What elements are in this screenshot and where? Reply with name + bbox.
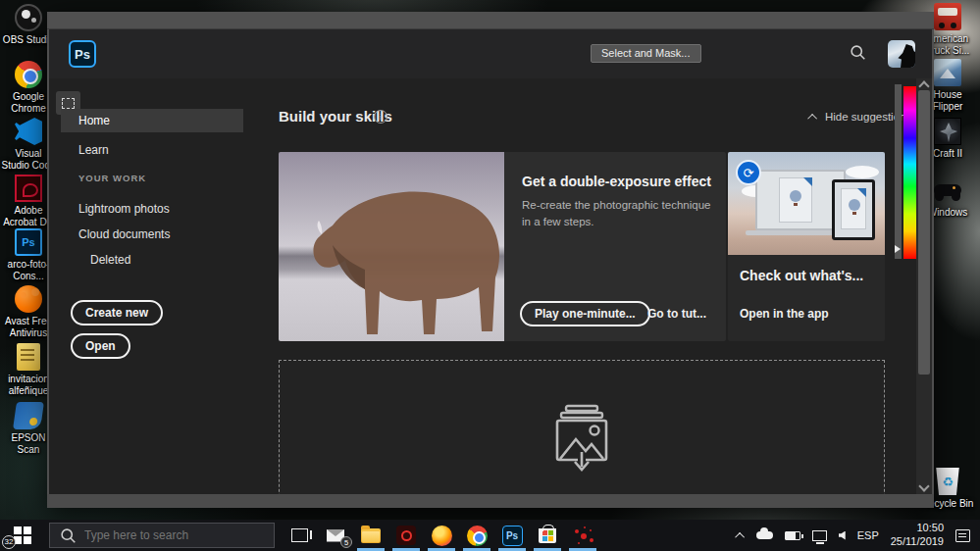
desktop-wallpaper: OBS Studio Google Chrome Visual Studio C… — [0, 0, 980, 551]
obs-studio-icon — [15, 4, 42, 31]
balloon-document — [841, 188, 866, 229]
bison-silhouette — [279, 152, 504, 341]
psd-file-icon: Ps — [15, 228, 42, 256]
taskbar-search-box[interactable] — [49, 523, 275, 548]
tutorial-card-text: Get a double-exposure effect Re-create t… — [504, 152, 726, 341]
whats-new-title: Check out what's... — [740, 268, 863, 283]
hue-slider-track[interactable] — [895, 84, 902, 259]
search-icon[interactable] — [850, 44, 871, 66]
image-stack-icon — [545, 404, 618, 473]
action-center-button[interactable]: 32 — [950, 520, 980, 551]
document-fold-icon — [857, 188, 866, 197]
sidebar-item-home[interactable]: Home — [61, 109, 243, 132]
chrome-icon — [467, 526, 488, 546]
starcraft-icon — [934, 118, 961, 145]
language-indicator[interactable]: ESP — [851, 520, 885, 551]
chevron-up-icon — [807, 113, 817, 123]
document-fold-icon — [803, 177, 812, 186]
balloon-shape — [849, 199, 860, 211]
search-icon — [60, 527, 77, 544]
sidebar-item-cloud-documents[interactable]: Cloud documents — [61, 223, 243, 246]
taskbar-file-explorer[interactable] — [353, 520, 388, 551]
truck-game-icon — [934, 3, 961, 30]
open-in-app-link[interactable]: Open in the app — [740, 307, 829, 321]
clock[interactable]: 10:50 25/11/2019 — [885, 520, 950, 551]
select-and-mask-button[interactable]: Select and Mask... — [591, 44, 701, 63]
home-screen-header: Ps Select and Mask... — [49, 29, 932, 78]
bison-tutorial-image — [279, 152, 504, 341]
hue-slider-marker[interactable] — [895, 245, 901, 253]
gamepad-icon — [934, 176, 961, 204]
vscode-icon — [15, 118, 42, 145]
vertical-scrollbar[interactable] — [916, 78, 932, 494]
sidebar-item-deleted[interactable]: Deleted — [61, 248, 243, 272]
whats-new-card[interactable]: ⟳ Check out what's... Open in the app — [728, 152, 885, 341]
open-button[interactable]: Open — [71, 333, 130, 359]
cloud-shape — [846, 166, 879, 178]
whats-new-illustration: ⟳ — [728, 152, 885, 255]
recent-files-dropzone[interactable] — [279, 360, 885, 494]
window-titlebar[interactable] — [47, 12, 934, 29]
taskbar-photoshop[interactable]: Ps — [494, 520, 530, 551]
sidebar-item-learn[interactable]: Learn — [61, 138, 243, 162]
mail-badge: 5 — [340, 536, 352, 548]
system-tray: ESP 10:50 25/11/2019 32 — [732, 520, 980, 551]
windows-logo-icon — [14, 526, 31, 544]
info-icon[interactable]: i — [374, 110, 387, 124]
task-view-icon — [291, 528, 308, 542]
sidebar-section-your-work: YOUR WORK — [78, 173, 146, 183]
volume-tray[interactable] — [833, 520, 851, 551]
home-screen-content: Home Learn YOUR WORK Lightroom photos Cl… — [49, 78, 932, 494]
acrobat-icon — [15, 175, 42, 202]
epson-scan-icon — [13, 402, 44, 429]
balloon-document — [779, 177, 812, 223]
chevron-up-icon — [735, 531, 745, 541]
tutorial-card[interactable]: Get a double-exposure effect Re-create t… — [279, 152, 726, 341]
sidebar-item-lightroom-photos[interactable]: Lightroom photos — [61, 197, 243, 221]
go-to-tutorial-link[interactable]: Go to tut... — [647, 307, 706, 321]
tutorial-title: Get a double-exposure effect — [522, 174, 711, 189]
battery-icon — [785, 531, 800, 540]
notification-badge: 32 — [2, 535, 16, 549]
taskbar-microsoft-store[interactable] — [530, 520, 565, 551]
onedrive-tray[interactable] — [750, 520, 779, 551]
date: 25/11/2019 — [891, 535, 944, 549]
hidden-icons-chevron[interactable] — [732, 520, 750, 551]
user-avatar[interactable] — [888, 40, 915, 68]
firefox-icon — [432, 526, 452, 546]
network-tray[interactable] — [806, 520, 833, 551]
file-explorer-icon — [361, 528, 381, 543]
house-flipper-icon — [934, 59, 961, 86]
tablet-illustration — [832, 179, 875, 240]
taskbar-creative-cloud[interactable] — [388, 520, 424, 551]
search-input[interactable] — [84, 528, 256, 542]
chrome-icon — [15, 61, 42, 88]
scroll-down-arrow-icon[interactable] — [918, 480, 929, 491]
create-new-button[interactable]: Create new — [71, 300, 163, 326]
marquee-icon — [62, 98, 75, 109]
play-one-minute-button[interactable]: Play one-minute... — [520, 301, 650, 326]
power-tray[interactable] — [779, 520, 806, 551]
avast-icon — [15, 285, 42, 313]
photoshop-logo: Ps — [69, 40, 96, 68]
time: 10:50 — [891, 522, 944, 535]
creative-cloud-icon — [396, 526, 416, 545]
red-dots-app-icon — [573, 526, 593, 545]
tutorial-description: Re-create the photographic technique in … — [522, 197, 714, 231]
notification-icon — [955, 529, 970, 542]
taskbar-chrome[interactable] — [459, 520, 494, 551]
scrollbar-thumb[interactable] — [918, 90, 930, 375]
document-icon — [17, 343, 40, 371]
photoshop-icon: Ps — [502, 526, 523, 546]
desktop-icon-label: Craft II — [933, 148, 962, 160]
window-bottom-border — [47, 494, 934, 508]
taskbar-mail[interactable]: 5 — [318, 520, 353, 551]
store-icon — [539, 528, 556, 543]
sync-badge-icon: ⟳ — [736, 160, 761, 185]
taskbar-firefox[interactable] — [424, 520, 459, 551]
taskbar-red-app[interactable] — [565, 520, 600, 551]
photoshop-window: Ps Select and Mask... Home Learn YOUR WO… — [47, 12, 934, 508]
task-view-button[interactable] — [281, 520, 318, 551]
network-icon — [812, 530, 827, 541]
speaker-icon — [839, 531, 846, 540]
